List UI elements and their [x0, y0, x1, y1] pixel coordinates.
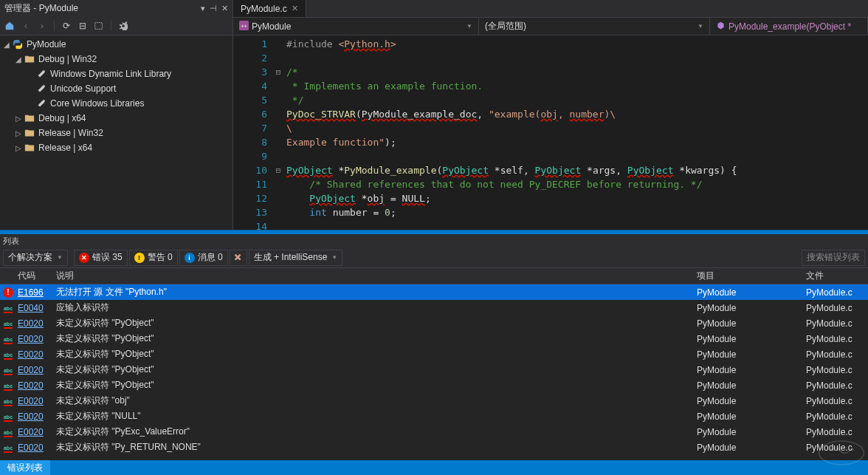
folder-icon: [24, 127, 35, 139]
fold-column[interactable]: ⊟⊟: [273, 35, 283, 230]
error-row[interactable]: abcE0020未定义标识符 "PyExc_ValueError"PyModul…: [0, 424, 868, 440]
error-intellisense-icon: abc: [4, 368, 13, 375]
build-intellisense-selector[interactable]: 生成 + IntelliSense ▼: [249, 250, 343, 266]
error-intellisense-icon: abc: [4, 414, 13, 422]
folder-icon: [24, 142, 35, 154]
errors-toggle[interactable]: ✕ 错误 35: [74, 250, 128, 266]
close-icon[interactable]: ✕: [292, 4, 298, 13]
error-intellisense-icon: abc: [4, 337, 13, 344]
messages-toggle[interactable]: i 消息 0: [179, 250, 228, 266]
dropdown-icon[interactable]: ▾: [201, 4, 205, 13]
code-area[interactable]: #include <Python.h> /* * Implements an e…: [283, 35, 868, 230]
editor-tabs: PyModule.c ✕: [233, 0, 868, 18]
tree-config-release-win32[interactable]: ▷ Release | Win32: [0, 126, 232, 140]
nav-bar: ++ PyModule ▼ (全局范围) ▼ PyModule_example(…: [233, 18, 868, 35]
explorer-toolbar: ‹ › ⟳ ⊟: [0, 16, 232, 35]
error-row[interactable]: abcE0020未定义标识符 "PyObject"PyModulePyModul…: [0, 315, 868, 331]
tree-ref-wdk[interactable]: · Windows Dynamic Link Library: [0, 66, 232, 81]
svg-point-1: [122, 24, 125, 27]
svg-rect-0: [95, 22, 103, 29]
tab-error-list[interactable]: 错误列表: [0, 460, 50, 475]
error-intellisense-icon: abc: [4, 430, 13, 437]
show-all-icon[interactable]: [92, 19, 106, 33]
info-icon: i: [185, 253, 195, 263]
code-editor[interactable]: 1234567891011121314 ⊟⊟ #include <Python.…: [233, 35, 868, 230]
error-table-body[interactable]: !E1696无法打开 源 文件 "Python.h"PyModulePyModu…: [0, 284, 868, 460]
tree-config-debug-win32[interactable]: ◢ Debug | Win32: [0, 52, 232, 66]
error-row[interactable]: abcE0020未定义标识符 "PyObject"PyModulePyModul…: [0, 362, 868, 377]
folder-icon: [24, 53, 35, 65]
error-critical-icon: !: [3, 287, 13, 298]
error-row[interactable]: abcE0020未定义标识符 "PyObject"PyModulePyModul…: [0, 346, 868, 362]
cpp-icon: ++: [239, 21, 249, 33]
error-table-header: 代码 说明 项目 文件: [0, 268, 868, 284]
nav-project-selector[interactable]: ++ PyModule ▼: [233, 18, 479, 35]
close-icon[interactable]: ✕: [221, 4, 228, 13]
refresh-icon[interactable]: ⟳: [60, 19, 73, 33]
tree-config-debug-x64[interactable]: ▷ Debug | x64: [0, 111, 232, 126]
line-numbers: 1234567891011121314: [233, 35, 273, 230]
tree-ref-corewin[interactable]: · Core Windows Libraries: [0, 96, 232, 111]
solution-scope-selector[interactable]: 个解决方案 ▼: [3, 250, 68, 266]
nav-member-selector[interactable]: PyModule_example(PyObject *: [710, 18, 868, 35]
back-icon[interactable]: ‹: [19, 19, 32, 33]
tree-config-release-x64[interactable]: ▷ Release | x64: [0, 140, 232, 155]
error-row[interactable]: abcE0020未定义标识符 "obj"PyModulePyModule.c: [0, 393, 868, 409]
editor-panel: PyModule.c ✕ ++ PyModule ▼ (全局范围) ▼ PyMo…: [233, 0, 868, 230]
error-row[interactable]: abcE0020未定义标识符 "Py_RETURN_NONE"PyModuleP…: [0, 440, 868, 455]
error-intellisense-icon: abc: [4, 352, 13, 360]
solution-tree[interactable]: ◢ PyModule ◢ Debug | Win32 · Windows Dyn…: [0, 35, 232, 230]
error-intellisense-icon: abc: [4, 321, 13, 329]
error-table: 代码 说明 项目 文件 !E1696无法打开 源 文件 "Python.h"Py…: [0, 268, 868, 460]
warning-icon: !: [134, 253, 145, 263]
chevron-down-icon: ▼: [466, 23, 472, 30]
error-intellisense-icon: abc: [4, 383, 13, 391]
error-row[interactable]: abcE0020未定义标识符 "PyObject"PyModulePyModul…: [0, 331, 868, 346]
tree-project-root[interactable]: ◢ PyModule: [0, 37, 232, 52]
error-row[interactable]: abcE0040应输入标识符PyModulePyModule.c: [0, 300, 868, 315]
tab-pymodule-c[interactable]: PyModule.c ✕: [233, 0, 306, 17]
explorer-title: 管理器 - PyModule: [4, 2, 196, 15]
error-row[interactable]: !E1696无法打开 源 文件 "Python.h"PyModulePyModu…: [0, 284, 868, 300]
explorer-title-bar: 管理器 - PyModule ▾ ⊣ ✕: [0, 0, 232, 16]
clear-filter-button[interactable]: [230, 250, 247, 266]
collapse-icon[interactable]: ⊟: [76, 19, 89, 33]
error-list-panel: 列表 个解决方案 ▼ ✕ 错误 35 ! 警告 0 i 消息 0 生成 + In…: [0, 234, 868, 475]
error-intellisense-icon: abc: [4, 445, 13, 453]
warnings-toggle[interactable]: ! 警告 0: [129, 250, 178, 266]
panel-tabs: 错误列表: [0, 460, 868, 475]
error-row[interactable]: abcE0020未定义标识符 "NULL"PyModulePyModule.c: [0, 409, 868, 424]
folder-icon: [24, 112, 35, 124]
chevron-down-icon: ▼: [331, 254, 337, 261]
wrench-icon: [35, 98, 47, 109]
forward-icon[interactable]: ›: [35, 19, 49, 33]
error-list-toolbar: 个解决方案 ▼ ✕ 错误 35 ! 警告 0 i 消息 0 生成 + Intel…: [0, 247, 868, 268]
svg-text:++: ++: [241, 22, 247, 29]
chevron-down-icon: ▼: [57, 254, 63, 261]
error-intellisense-icon: abc: [4, 399, 13, 406]
error-search-box[interactable]: 搜索错误列表: [802, 250, 865, 266]
error-icon: ✕: [79, 253, 89, 263]
error-row[interactable]: abcE0020未定义标识符 "PyObject"PyModulePyModul…: [0, 377, 868, 393]
pin-icon[interactable]: ⊣: [210, 4, 217, 13]
solution-explorer-panel: 管理器 - PyModule ▾ ⊣ ✕ ‹ › ⟳ ⊟ ◢ PyModule …: [0, 0, 233, 230]
wrench-icon: [35, 83, 47, 95]
nav-scope-selector[interactable]: (全局范围) ▼: [479, 18, 710, 35]
method-icon: [716, 21, 726, 33]
properties-icon[interactable]: [117, 19, 130, 33]
home-icon[interactable]: [3, 19, 16, 33]
tree-ref-unicode[interactable]: · Unicode Support: [0, 81, 232, 96]
error-intellisense-icon: abc: [4, 306, 13, 313]
python-icon: [12, 38, 24, 50]
error-list-header: 列表: [0, 234, 868, 247]
wrench-icon: [35, 68, 47, 80]
chevron-down-icon: ▼: [698, 23, 703, 30]
